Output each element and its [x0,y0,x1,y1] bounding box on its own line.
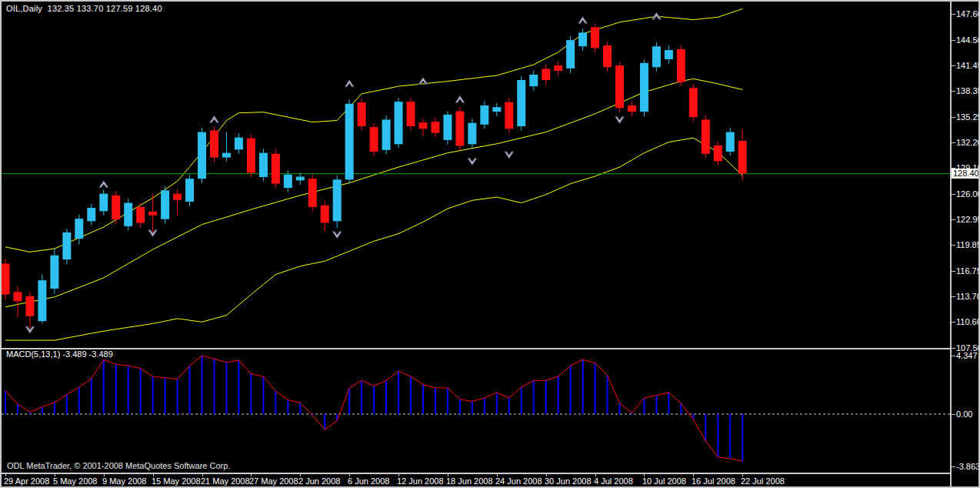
candle-body [136,207,145,223]
bear-candle [321,201,329,231]
bull-candle [38,275,46,324]
bull-candle [259,149,268,181]
up-signal-arrow-icon [99,181,108,188]
date-axis-label: 21 May 2008 [201,476,250,486]
candle-body [272,154,280,184]
candle-body [333,179,342,221]
macd-indicator-label: MACD(5,13,1) -3.489 -3.489 [6,349,113,359]
bear-candle [603,42,612,72]
candle-body [370,127,378,152]
bull-candle [345,99,354,183]
down-signal-arrow-icon [332,232,342,239]
candle-body [615,65,624,108]
price-axis-label: 116.75 [956,266,980,276]
macd-axis-label: 4.347 [956,351,978,360]
bear-candle [505,98,513,132]
date-axis-label: 5 May 2008 [53,476,97,486]
bull-candle [480,102,488,129]
bear-candle [247,135,255,177]
candle-body [395,102,403,144]
bollinger-lower-band-line [5,138,742,340]
bull-candle [75,215,83,245]
bull-candle [99,189,108,216]
price-axis-label: 119.85 [956,240,980,249]
macd-axis-label: -3.863 [956,462,980,471]
down-signal-arrow-icon [505,152,514,159]
price-axis-label: 147.60 [956,9,980,18]
bear-candle [628,102,636,116]
price-axis-tick [952,14,955,15]
candle-body [87,208,95,221]
down-signal-arrow-icon [615,117,625,124]
candle-body [13,292,22,301]
candle-body [554,65,562,71]
bull-candle [198,128,206,182]
bull-candle [222,132,231,162]
bull-candle [517,76,525,130]
date-axis-label: 15 May 2008 [152,476,201,486]
bull-candle [87,204,95,226]
bull-candle [50,248,58,293]
up-signal-arrow-icon [652,12,661,19]
candle-body [468,123,476,145]
price-axis-label: 132.20 [956,138,980,147]
candle-body [492,107,501,112]
bear-candle [308,175,317,212]
candle-body [517,80,525,126]
bull-candle [529,71,538,91]
candle-body [529,75,538,86]
bear-candle [554,62,562,75]
macd-axis-tick [952,466,955,467]
candle-body [677,49,685,82]
candle-body [358,102,366,126]
candle-body [542,69,550,80]
candle-body [505,102,513,129]
candle-body [443,115,452,140]
date-axis-label: 29 Apr 2008 [4,476,49,486]
up-signal-arrow-icon [345,80,354,87]
candle-body [714,145,722,162]
price-axis-label: 141.45 [956,61,980,70]
price-axis-label: 113.70 [956,292,980,301]
candle-body [99,194,108,212]
price-axis-tick [952,65,955,66]
macd-name: MACD(5,13,1) [6,349,60,359]
chart-window: OIL,Daily 132.35 133.70 127.59 128.40 MA… [0,0,980,488]
candle-body [62,232,71,259]
bull-candle [235,133,243,154]
price-axis-tick [952,271,955,272]
candle-body [2,264,10,295]
price-axis-label: 126.00 [956,189,980,199]
date-axis-label: 24 Jun 2008 [495,476,542,486]
bull-candle [578,28,587,50]
bull-candle [124,199,132,230]
date-axis-label: 18 Jun 2008 [446,476,493,486]
bear-candle [542,65,550,85]
price-axis-tick [952,142,955,143]
price-axis-label: 138.35 [956,86,980,95]
bull-candle [652,42,661,72]
candle-body [702,119,710,153]
price-axis-tick [952,194,955,195]
candle-body [210,130,218,157]
candle-body [345,104,354,179]
date-axis-label: 27 May 2008 [249,476,298,486]
candle-body [185,179,194,202]
platform-copyright: ODL MetaTrader, © 2001-2008 MetaQuotes S… [7,461,230,470]
candle-body [296,176,305,180]
candle-body [431,122,439,133]
bear-candle [2,259,10,299]
bear-candle [689,84,698,122]
macd-indicator-plot[interactable] [2,349,950,473]
up-signal-arrow-icon [578,17,588,24]
date-axis-label: 9 May 2008 [102,476,146,486]
price-chart-plot[interactable] [2,3,950,348]
candle-body [665,50,673,59]
bear-candle [370,123,378,156]
bull-candle [395,98,403,148]
candle-body [222,153,231,158]
up-signal-arrow-icon [418,78,428,85]
candle-body [38,280,46,321]
bull-candle [161,186,169,224]
bear-candle [738,129,747,180]
